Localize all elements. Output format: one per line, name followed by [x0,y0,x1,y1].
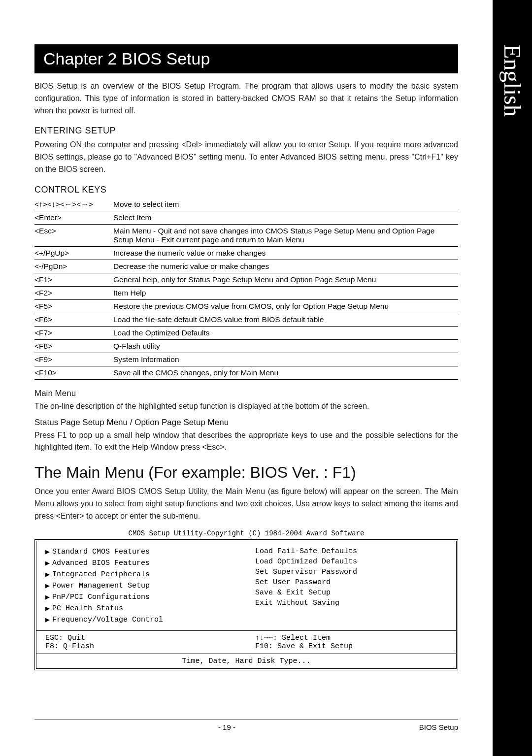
bios-menu-label: PnP/PCI Configurations [52,593,150,601]
control-key-row: <-/PgDn>Decrease the numeric value or ma… [34,260,458,273]
control-key-row: <Esc>Main Menu - Quit and not save chang… [34,224,458,246]
triangle-icon: ▶ [45,592,52,602]
main-menu-example-heading: The Main Menu (For example: BIOS Ver. : … [34,463,458,482]
control-key-row: <F9>System Information [34,353,458,366]
control-key-row: <F7>Load the Optimized Defaults [34,326,458,339]
bios-menu-label: Advanced BIOS Features [52,559,150,567]
bios-menu-item[interactable]: Exit Without Saving [255,598,447,608]
control-key-row: <F2>Item Help [34,286,458,299]
main-menu-example-body: Once you enter Award BIOS CMOS Setup Uti… [34,486,458,522]
control-key-name: <Esc> [34,224,113,246]
main-menu-heading: Main Menu [34,389,458,398]
bios-menu-item[interactable]: Set Supervisor Password [255,567,447,577]
bios-menu-item[interactable]: ▶ Power Management Setup [45,580,237,592]
bios-menu-item[interactable]: Load Fail-Safe Defaults [255,546,447,557]
bios-menu-item[interactable]: ▶ PnP/PCI Configurations [45,592,237,603]
control-key-desc: Save all the CMOS changes, only for Main… [113,366,458,379]
control-key-name: <+/PgUp> [34,246,113,260]
bios-menu-item[interactable]: ▶ PC Health Status [45,603,237,614]
control-key-desc: Load the file-safe default CMOS value fr… [113,313,458,326]
control-key-desc: Load the Optimized Defaults [113,326,458,339]
bios-hint-left: ESC: Quit F8: Q-Flash [36,631,246,654]
entering-setup-heading: ENTERING SETUP [34,126,458,136]
control-key-name: <F2> [34,286,113,299]
bios-menu-label: Frequency/Voltage Control [52,616,163,624]
control-key-name: <F1> [34,273,113,286]
triangle-icon: ▶ [45,604,52,613]
bios-menu-label: Set User Password [255,578,331,587]
control-key-desc: Item Help [113,286,458,299]
control-key-desc: General help, only for Status Page Setup… [113,273,458,286]
control-key-name: <F8> [34,339,113,353]
control-key-name: <F9> [34,353,113,366]
bios-caption: CMOS Setup Utility-Copyright (C) 1984-20… [34,529,458,537]
control-key-row: <Enter>Select Item [34,211,458,224]
bios-hint-right: ↑↓→←: Select Item F10: Save & Exit Setup [246,631,456,654]
bios-menu-label: Save & Exit Setup [255,589,331,597]
bios-menu-item[interactable]: Save & Exit Setup [255,588,447,598]
control-key-desc: System Information [113,353,458,366]
bios-menu-item[interactable]: Load Optimized Defaults [255,557,447,567]
control-key-name: <↑><↓><←><→> [34,198,113,211]
control-key-desc: Main Menu - Quit and not save changes in… [113,224,458,246]
bios-menu-label: PC Health Status [52,604,123,613]
control-key-row: <F5>Restore the previous CMOS value from… [34,299,458,313]
control-key-desc: Q-Flash utility [113,339,458,353]
control-key-row: <F10>Save all the CMOS changes, only for… [34,366,458,379]
bios-left-column: ▶ Standard CMOS Features▶ Advanced BIOS … [36,541,246,630]
control-key-row: <+/PgUp>Increase the numeric value or ma… [34,246,458,260]
bios-menu-item[interactable]: ▶ Advanced BIOS Features [45,558,237,569]
control-key-name: <F5> [34,299,113,313]
control-key-row: <↑><↓><←><→>Move to select item [34,198,458,211]
control-key-desc: Increase the numeric value or make chang… [113,246,458,260]
control-key-desc: Select Item [113,211,458,224]
control-key-name: <-/PgDn> [34,260,113,273]
bios-menu-label: Load Optimized Defaults [255,558,357,566]
control-key-desc: Restore the previous CMOS value from CMO… [113,299,458,313]
control-key-name: <F10> [34,366,113,379]
bios-menu-item[interactable]: ▶ Standard CMOS Features [45,546,237,558]
triangle-icon: ▶ [45,615,52,625]
language-tab: English [493,0,532,756]
bios-arrows-hint: ↑↓→←: Select Item [255,634,447,642]
control-keys-heading: CONTROL KEYS [34,185,458,195]
bios-menu-item[interactable]: ▶ Frequency/Voltage Control [45,614,237,625]
control-key-desc: Move to select item [113,198,458,211]
control-key-row: <F1>General help, only for Status Page S… [34,273,458,286]
bios-f8-hint: F8: Q-Flash [45,642,237,651]
triangle-icon: ▶ [45,570,52,579]
control-key-name: <F7> [34,326,113,339]
triangle-icon: ▶ [45,559,52,568]
status-page-heading: Status Page Setup Menu / Option Page Set… [34,418,458,427]
bios-menu-item[interactable]: Set User Password [255,577,447,588]
footer-section: BIOS Setup [419,723,458,731]
control-keys-table: <↑><↓><←><→>Move to select item<Enter>Se… [34,198,458,380]
control-key-desc: Decrease the numeric value or make chang… [113,260,458,273]
bios-help-line: Time, Date, Hard Disk Type... [36,654,456,668]
bios-f10-hint: F10: Save & Exit Setup [255,642,447,651]
bios-right-column: Load Fail-Safe DefaultsLoad Optimized De… [246,541,456,630]
bios-menu-label: Power Management Setup [52,582,150,590]
entering-setup-body: Powering ON the computer and pressing <D… [34,139,458,175]
control-key-row: <F6>Load the file-safe default CMOS valu… [34,313,458,326]
control-key-name: <Enter> [34,211,113,224]
control-key-row: <F8>Q-Flash utility [34,339,458,353]
bios-main-menu-box: ▶ Standard CMOS Features▶ Advanced BIOS … [34,539,458,670]
bios-esc-hint: ESC: Quit [45,634,237,642]
triangle-icon: ▶ [45,547,52,557]
page-number: - 19 - [218,723,235,731]
status-page-body: Press F1 to pop up a small help window t… [34,429,458,454]
bios-menu-label: Exit Without Saving [255,599,339,607]
main-menu-body: The on-line description of the highlight… [34,400,458,413]
chapter-title: Chapter 2 BIOS Setup [34,44,458,73]
bios-menu-label: Integrated Peripherals [52,570,150,579]
page-footer: - 19 - BIOS Setup [34,720,458,731]
triangle-icon: ▶ [45,581,52,591]
bios-menu-item[interactable]: ▶ Integrated Peripherals [45,569,237,580]
bios-menu-label: Set Supervisor Password [255,568,357,576]
intro-paragraph: BIOS Setup is an overview of the BIOS Se… [34,80,458,117]
bios-menu-label: Load Fail-Safe Defaults [255,547,357,556]
control-key-name: <F6> [34,313,113,326]
bios-menu-label: Standard CMOS Features [52,548,150,556]
